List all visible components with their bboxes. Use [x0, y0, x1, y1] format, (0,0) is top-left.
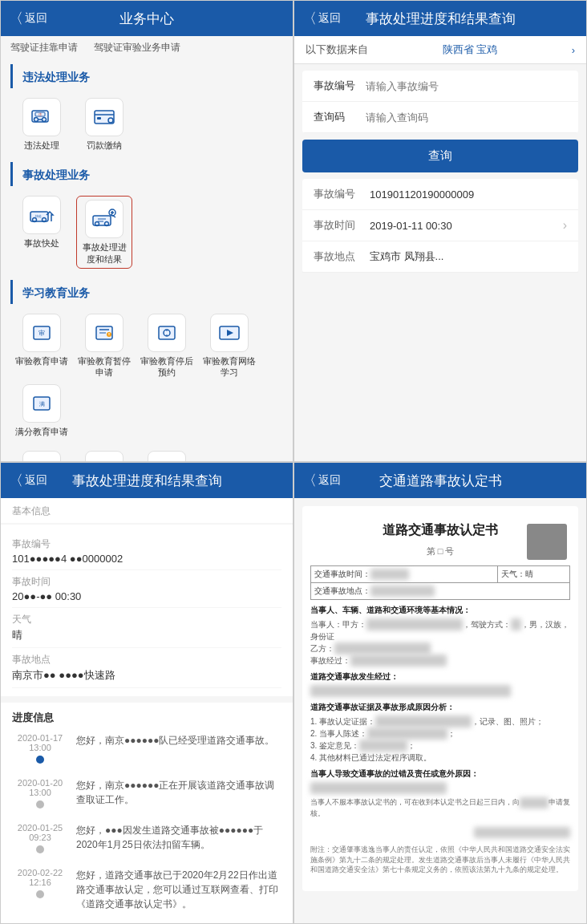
icon-item-payment[interactable]: 罚款缴纳 [76, 98, 132, 151]
edu8-icon-box: 满 [148, 451, 186, 462]
back-button-2[interactable]: 〈 返回 [302, 9, 341, 28]
blur6: 现场勘查，记录，图，照片 [375, 715, 472, 727]
info-label-2: 天气 [12, 613, 281, 626]
location-chevron[interactable]: › [572, 44, 575, 56]
result-row-0: 事故编号 101901120190000009 [302, 179, 578, 210]
section-title-violation: 违法处理业务 [10, 64, 283, 88]
svg-text:审: 审 [38, 330, 45, 337]
accident-progress-icon-box [85, 200, 123, 238]
info-value-0: 101●●●●●4 ●●0000002 [12, 553, 281, 565]
progress-section: 进度信息 2020-01-17 13:00 您好，南京●●●●●●队已经受理道路… [1, 703, 293, 924]
blur2: C1 [511, 618, 521, 630]
title-3: 事故处理进度和结果查询 [72, 472, 222, 490]
icon-item-edu8[interactable]: 满 满分教育网络学习 [139, 451, 195, 462]
progress-right-2: 您好，●●●因发生道路交通事故被●●●●●●于2020年1月25日依法扣留车辆。 [68, 823, 281, 857]
accident-grid: 快处 事故快处 事故处理进度和结果 [1, 189, 293, 275]
top-link-2[interactable]: 驾驶证审验业务申请 [94, 41, 180, 55]
top-bar-1: 〈 返回 业务中心 [1, 1, 293, 36]
result-section: 事故编号 101901120190000009 事故时间 2019-01-11 … [302, 179, 578, 273]
back-button-1[interactable]: 〈 返回 [9, 9, 47, 28]
progress-date-0: 2020-01-17 13:00 [18, 733, 63, 752]
blur1: 张某某，男，汉族，身份证 [366, 618, 463, 630]
blurred-location: 南京市某某快速路 [370, 586, 435, 597]
svg-text:快处: 快处 [34, 214, 42, 218]
icon-item-accident-progress[interactable]: 事故处理进度和结果 [76, 196, 132, 269]
result-row-1[interactable]: 事故时间 2019-01-11 00:30 › [302, 210, 578, 241]
info-section: 事故编号 101●●●●●4 ●●0000002 事故时间 20●●-●● 00… [1, 525, 293, 696]
accident-quick-icon: 快处 [29, 202, 55, 228]
cert-body-2: 当事人甲方驾驶车辆在快速路行驶时与乙方车辆发生碰撞 [310, 685, 570, 697]
info-row-3: 事故地点 南京市●● ●●●●快速路 [12, 648, 281, 688]
back-button-3[interactable]: 〈 返回 [9, 471, 47, 490]
top-bar-3: 〈 返回 事故处理进度和结果查询 [1, 463, 293, 498]
progress-left-3: 2020-02-22 12:16 [12, 868, 68, 911]
accident-no-row: 事故编号 [302, 71, 578, 102]
icon-item-edu4[interactable]: 审验教育网络学习 [201, 314, 257, 379]
title-2: 事故处理进度和结果查询 [366, 10, 516, 28]
edu6-icon-box [22, 451, 61, 462]
progress-left-1: 2020-01-20 13:00 [12, 778, 68, 812]
progress-dot-2 [36, 845, 44, 853]
progress-left-0: 2020-01-17 13:00 [12, 733, 68, 767]
progress-dot-3 [36, 890, 44, 898]
query-code-label: 查询码 [314, 110, 366, 124]
accident-progress-icon [91, 206, 117, 232]
back-label-4: 返回 [318, 473, 341, 488]
progress-item-0: 2020-01-17 13:00 您好，南京●●●●●●队已经受理道路交通事故。 [12, 733, 281, 767]
back-label-2: 返回 [318, 11, 341, 26]
result-value-2: 宝鸡市 凤翔县... [370, 249, 567, 264]
progress-text-2: 您好，●●●因发生道路交通事故被●●●●●●于2020年1月25日依法扣留车辆。 [76, 823, 281, 852]
icon-item-accident-quick[interactable]: 快处 事故快处 [14, 196, 70, 269]
progress-date-3: 2020-02-22 12:16 [18, 868, 63, 887]
query-button[interactable]: 查询 [302, 140, 578, 172]
progress-item-1: 2020-01-20 13:00 您好，南京●●●●●●正在开展该道路交通事故调… [12, 778, 281, 812]
icon-item-edu1[interactable]: 审 审验教育申请 [14, 314, 70, 379]
table-row-1: 交通事故地点：南京市某某快速路 [311, 583, 570, 600]
icon-item-edu7[interactable]: 满分教育暂停后预约 [76, 451, 132, 462]
panel2-content: 以下数据来自 陕西省 宝鸡 › 事故编号 查询码 查询 事故编号 1019011… [294, 36, 586, 462]
info-row-2: 天气 晴 [12, 608, 281, 648]
blur5: 当事人甲方驾驶车辆在快速路行驶时与乙方车辆发生碰撞 [310, 685, 511, 697]
progress-right-3: 您好，道路交通事故已于2020年2月22日作出道路交通事故认定，您可以通过互联网… [68, 868, 281, 911]
blur9: 甲方承担主要责任，乙方承担次要责任 [310, 782, 447, 794]
blurred-time: 2019年1月 [370, 569, 409, 580]
title-1: 业务中心 [119, 10, 174, 28]
icon-item-violation[interactable]: 违 违法处理 [14, 98, 70, 151]
blur-seal: 公安机关交通管理部门印章 [474, 827, 570, 838]
blur7: 甲乙双方陈述均已记录 [367, 727, 447, 740]
icon-item-edu5[interactable]: 满 满分教育申请 [14, 384, 70, 437]
blur8: 技术鉴定结果 [359, 740, 407, 752]
edu4-icon [217, 320, 242, 346]
location-value: 陕西省 宝鸡 [443, 43, 498, 57]
back-button-4[interactable]: 〈 返回 [302, 471, 341, 490]
result-value-0: 101901120190000009 [370, 188, 567, 201]
basic-title: 基本信息 [12, 505, 51, 517]
cert-section-2: 道路交通事故发生经过： [310, 671, 570, 683]
icon-item-edu3[interactable]: 审验教育停后预约 [139, 314, 195, 379]
info-value-2: 晴 [12, 628, 281, 642]
edu1-icon-box: 审 [22, 314, 61, 352]
top-link-1[interactable]: 驾驶证挂靠申请 [10, 41, 78, 55]
violation-grid: 违 违法处理 罚款缴纳 [1, 91, 293, 157]
icon-item-edu2[interactable]: 审验教育暂停申请 [76, 314, 132, 379]
progress-right-1: 您好，南京●●●●●●正在开展该道路交通事故调查取证工作。 [68, 778, 281, 812]
blur10: 上级机关 [520, 797, 549, 808]
svg-point-25 [109, 334, 110, 335]
accident-no-input[interactable] [366, 80, 567, 92]
edu7-icon-box [85, 451, 123, 462]
icon-item-edu6[interactable]: 满分教育暂停申请 [14, 451, 70, 462]
progress-item-2: 2020-01-25 09:23 您好，●●●因发生道路交通事故被●●●●●●于… [12, 823, 281, 857]
top-links: 驾驶证挂靠申请 驾驶证审验业务申请 [1, 36, 293, 59]
query-code-input[interactable] [366, 111, 567, 124]
progress-right-0: 您好，南京●●●●●●队已经受理道路交通事故。 [68, 733, 281, 767]
edu3-label: 审验教育停后预约 [139, 355, 195, 379]
cert-section-4: 当事人导致交通事故的过错及责任或意外原因： [310, 768, 570, 780]
section-title-edu: 学习教育业务 [10, 280, 283, 304]
result-label-1: 事故时间 [314, 218, 370, 233]
progress-text-0: 您好，南京●●●●●●队已经受理道路交通事故。 [76, 733, 281, 748]
doc-view: 道路交通事故认定书 第 □ 号 交通事故时间：2019年1月 天气：晴 交通事故… [302, 506, 578, 891]
svg-rect-14 [93, 216, 111, 225]
location-label: 以下数据来自 [306, 43, 368, 57]
svg-rect-8 [97, 117, 101, 120]
blur4: 在某快速路上发生碰撞事故 [350, 654, 447, 667]
